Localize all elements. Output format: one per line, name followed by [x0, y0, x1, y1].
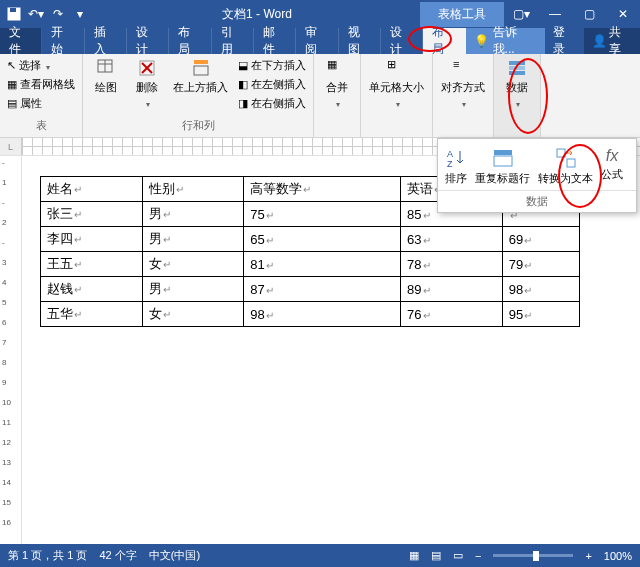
convert-text-icon [555, 147, 577, 169]
tab-layout[interactable]: 布局 [169, 28, 211, 54]
table-cell[interactable]: 性别↵ [142, 177, 244, 202]
tab-home[interactable]: 开始 [42, 28, 84, 54]
tab-mail[interactable]: 邮件 [254, 28, 296, 54]
table-cell[interactable]: 75↵ [244, 202, 401, 227]
share-button[interactable]: 👤共享 [584, 28, 640, 54]
view-gridlines-button[interactable]: ▦查看网格线 [4, 75, 78, 94]
status-words[interactable]: 42 个字 [99, 548, 136, 563]
table-cell[interactable]: 男↵ [142, 227, 244, 252]
table-cell[interactable]: 69↵ [502, 227, 579, 252]
ruler-mark: 10 [2, 398, 11, 407]
tab-references[interactable]: 引用 [212, 28, 254, 54]
group-rowcol-label: 行和列 [87, 116, 309, 135]
table-cell[interactable]: 76↵ [401, 302, 503, 327]
insert-left-button[interactable]: ◧在左侧插入 [235, 75, 309, 94]
table-cell[interactable]: 89↵ [401, 277, 503, 302]
tab-view[interactable]: 视图 [339, 28, 381, 54]
sort-button[interactable]: AZ 排序 [442, 145, 470, 188]
svg-text:A: A [447, 149, 453, 159]
insert-above-icon [191, 58, 211, 78]
ruler-mark: 14 [2, 478, 11, 487]
table-cell[interactable]: 男↵ [142, 202, 244, 227]
view-web-icon[interactable]: ▭ [453, 549, 463, 562]
zoom-level[interactable]: 100% [604, 550, 632, 562]
qat-more-icon[interactable]: ▾ [72, 6, 88, 22]
table-cell[interactable]: 女↵ [142, 302, 244, 327]
table-cell[interactable]: 78↵ [401, 252, 503, 277]
table-cell[interactable]: 87↵ [244, 277, 401, 302]
convert-to-text-button[interactable]: 转换为文本 [535, 145, 596, 188]
zoom-out-button[interactable]: − [475, 550, 481, 562]
svg-rect-15 [494, 150, 512, 155]
table-cell[interactable]: 姓名↵ [41, 177, 143, 202]
delete-button[interactable]: 删除 [128, 56, 166, 111]
table-cell[interactable]: 张三↵ [41, 202, 143, 227]
tab-insert[interactable]: 插入 [85, 28, 127, 54]
login-button[interactable]: 登录 [545, 28, 584, 54]
table-cell[interactable]: 李四↵ [41, 227, 143, 252]
table-cell[interactable]: 98↵ [502, 277, 579, 302]
ruler-corner[interactable]: L [0, 138, 22, 155]
table-row[interactable]: 赵钱↵男↵87↵89↵98↵ [41, 277, 580, 302]
view-print-icon[interactable]: ▦ [409, 549, 419, 562]
tab-design[interactable]: 设计 [127, 28, 169, 54]
status-page[interactable]: 第 1 页，共 1 页 [8, 548, 87, 563]
table-cell[interactable]: 王五↵ [41, 252, 143, 277]
insert-right-button[interactable]: ◨在右侧插入 [235, 94, 309, 113]
properties-icon: ▤ [7, 97, 17, 110]
tab-table-design[interactable]: 设计 [381, 28, 423, 54]
table-row[interactable]: 王五↵女↵81↵78↵79↵ [41, 252, 580, 277]
cell-size-button[interactable]: ⊞单元格大小 [365, 56, 428, 111]
merge-button[interactable]: ▦合并 [318, 56, 356, 111]
context-tab-label: 表格工具 [420, 2, 504, 27]
table-row[interactable]: 李四↵男↵65↵63↵69↵ [41, 227, 580, 252]
ruler-vertical[interactable]: -1-2-345678910111213141516 [0, 156, 22, 544]
ribbon: ↖选择 ▦查看网格线 ▤属性 表 绘图 删除 在上方插入 ⬓在下方插入 ◧在左侧 [0, 54, 640, 138]
table-cell[interactable]: 男↵ [142, 277, 244, 302]
draw-button[interactable]: 绘图 [87, 56, 125, 97]
repeat-header-button[interactable]: 重复标题行 [472, 145, 533, 188]
page[interactable]: 姓名↵性别↵高等数学↵英语↵↵张三↵男↵75↵85↵↵李四↵男↵65↵63↵69… [22, 156, 640, 544]
delete-icon [137, 58, 157, 78]
ruler-mark: 12 [2, 438, 11, 447]
ruler-mark: 15 [2, 498, 11, 507]
ruler-mark: 8 [2, 358, 6, 367]
select-button[interactable]: ↖选择 [4, 56, 78, 75]
table-cell[interactable]: 65↵ [244, 227, 401, 252]
table-cell[interactable]: 95↵ [502, 302, 579, 327]
table-cell[interactable]: 79↵ [502, 252, 579, 277]
table-cell[interactable]: 五华↵ [41, 302, 143, 327]
zoom-slider[interactable] [493, 554, 573, 557]
table-row[interactable]: 五华↵女↵98↵76↵95↵ [41, 302, 580, 327]
tell-me[interactable]: 💡告诉我... [466, 28, 545, 54]
align-button[interactable]: ≡对齐方式 [437, 56, 489, 111]
table-cell[interactable]: 98↵ [244, 302, 401, 327]
formula-button[interactable]: fx 公式 [598, 145, 626, 188]
tab-review[interactable]: 审阅 [296, 28, 338, 54]
insert-below-button[interactable]: ⬓在下方插入 [235, 56, 309, 75]
quick-access-toolbar: ↶▾ ↷ ▾ [0, 6, 94, 22]
tab-table-layout[interactable]: 布局 [423, 28, 465, 54]
table-cell[interactable]: 高等数学↵ [244, 177, 401, 202]
view-read-icon[interactable]: ▤ [431, 549, 441, 562]
table-cell[interactable]: 赵钱↵ [41, 277, 143, 302]
table-cell[interactable]: 81↵ [244, 252, 401, 277]
restore-icon[interactable]: ▢ [572, 0, 606, 28]
table-cell[interactable]: 女↵ [142, 252, 244, 277]
group-data: 数据 [494, 54, 541, 137]
data-button[interactable]: 数据 [498, 56, 536, 111]
svg-rect-1 [10, 8, 16, 12]
tab-file[interactable]: 文件 [0, 28, 42, 54]
redo-icon[interactable]: ↷ [50, 6, 66, 22]
properties-button[interactable]: ▤属性 [4, 94, 78, 113]
save-icon[interactable] [6, 6, 22, 22]
group-merge: ▦合并 [314, 54, 361, 137]
zoom-in-button[interactable]: + [585, 550, 591, 562]
ruler-mark: 2 [2, 218, 6, 227]
undo-icon[interactable]: ↶▾ [28, 6, 44, 22]
ruler-mark: - [2, 198, 5, 207]
group-cellsize: ⊞单元格大小 [361, 54, 433, 137]
status-lang[interactable]: 中文(中国) [149, 548, 200, 563]
table-cell[interactable]: 63↵ [401, 227, 503, 252]
insert-above-button[interactable]: 在上方插入 [169, 56, 232, 97]
